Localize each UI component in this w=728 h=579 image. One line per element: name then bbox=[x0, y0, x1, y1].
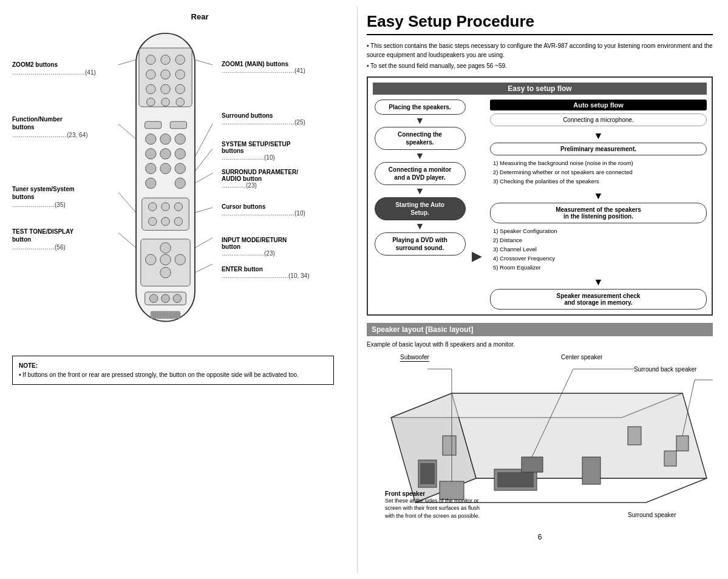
svg-rect-79 bbox=[443, 436, 456, 455]
cursor-annotation: Cursor buttons ………………………………(10) bbox=[222, 203, 305, 217]
cursor-title: Cursor buttons bbox=[222, 203, 305, 210]
prelim-item-1: 1) Measuring the background noise (noise… bbox=[493, 158, 707, 168]
speaker-layout-section: Speaker layout [Basic layout] Example of… bbox=[367, 323, 713, 530]
svg-point-30 bbox=[174, 203, 183, 211]
tuner-dots: …………………(35) bbox=[12, 201, 75, 209]
svg-point-42 bbox=[162, 294, 170, 303]
svg-line-66 bbox=[195, 236, 213, 248]
flow-arrow-3: ▼ bbox=[415, 186, 425, 196]
svg-point-32 bbox=[162, 217, 170, 226]
subwoofer-label: Subwoofer bbox=[400, 354, 429, 361]
zoom2-dots: ………………………………(41) bbox=[12, 69, 96, 76]
input-mode-title: INPUT MODE/RETURN bbox=[222, 237, 287, 243]
easy-flow-title: Easy to setup flow bbox=[373, 83, 707, 95]
surronud-annotation: SURRONUD PARAMETER/ AUDIO button …………(23… bbox=[222, 169, 298, 189]
testtone-title: TEST TONE/DISPLAY bbox=[12, 228, 73, 235]
connecting-mic-box: Connecting a microphone. bbox=[490, 113, 707, 126]
measurement-list: 1) Speaker Configuration 2) Distance 3) … bbox=[490, 226, 707, 273]
svg-point-29 bbox=[162, 203, 170, 211]
svg-point-38 bbox=[175, 254, 185, 265]
svg-line-58 bbox=[118, 121, 136, 139]
flow-left-col: Placing the speakers. ▼ Connecting thesp… bbox=[373, 100, 467, 310]
enter-title: ENTER button bbox=[222, 266, 309, 273]
svg-rect-82 bbox=[664, 451, 676, 466]
svg-point-2 bbox=[146, 55, 156, 65]
meas-item-4: 4) Crossover Frequency bbox=[493, 254, 707, 263]
svg-point-36 bbox=[146, 254, 156, 265]
svg-point-12 bbox=[162, 98, 170, 106]
measurement-box: Measurement of the speakersin the listen… bbox=[490, 203, 707, 223]
surround-title: Surround buttons bbox=[222, 112, 305, 119]
svg-point-39 bbox=[160, 267, 171, 277]
surronud-title2: AUDIO button bbox=[222, 175, 298, 182]
annotations-left: ZOOM2 buttons ………………………………(41) Function/… bbox=[12, 30, 112, 337]
svg-point-6 bbox=[161, 70, 171, 80]
zoom2-annotation: ZOOM2 buttons ………………………………(41) bbox=[12, 61, 96, 76]
svg-point-19 bbox=[146, 149, 156, 159]
prelim-list: 1) Measuring the background noise (noise… bbox=[490, 158, 707, 186]
svg-line-59 bbox=[118, 189, 136, 213]
flow-step-1: Placing the speakers. bbox=[375, 100, 466, 115]
function-title: Function/Number bbox=[12, 115, 87, 123]
svg-point-24 bbox=[175, 163, 185, 174]
svg-line-60 bbox=[118, 230, 136, 248]
surround-speaker-label: Surround speaker bbox=[628, 512, 676, 518]
function-annotation: Function/Number buttons ………………………(23, 64… bbox=[12, 115, 87, 139]
flow-step-3: Connecting a monitorand a DVD player. bbox=[375, 162, 466, 185]
page-number: 6 bbox=[367, 533, 713, 541]
tuner-annotation: Tuner system/System buttons …………………(35) bbox=[12, 185, 75, 209]
input-mode-annotation: INPUT MODE/RETURN button …………………(23) bbox=[222, 237, 287, 257]
surround-dots: ………………………………(25) bbox=[222, 119, 305, 126]
enter-annotation: ENTER button ……………………………(10, 34) bbox=[222, 266, 309, 279]
svg-point-18 bbox=[175, 134, 185, 144]
intro-text: • This section contains the basic steps … bbox=[367, 41, 713, 70]
svg-line-61 bbox=[195, 59, 213, 66]
svg-point-11 bbox=[147, 98, 155, 106]
meas-item-5: 5) Room Equalizer bbox=[493, 263, 707, 272]
testtone-title2: button bbox=[12, 235, 73, 243]
center-speaker-label: Center speaker bbox=[561, 354, 602, 361]
system-setup-annotation: SYSTEM SETUP/SETUP buttons …………………(10) bbox=[222, 141, 290, 161]
svg-line-67 bbox=[195, 263, 213, 273]
svg-rect-81 bbox=[676, 436, 689, 451]
cursor-dots: ………………………………(10) bbox=[222, 210, 305, 217]
svg-rect-78 bbox=[582, 457, 600, 484]
svg-point-4 bbox=[175, 55, 185, 65]
remote-container bbox=[118, 30, 216, 337]
surronud-dots: …………(23) bbox=[222, 182, 298, 189]
svg-rect-76 bbox=[497, 472, 534, 487]
auto-flow-title: Auto setup flow bbox=[490, 100, 707, 110]
right-panel: Easy Setup Procedure • This section cont… bbox=[357, 6, 722, 573]
flow-right-col: Auto setup flow Connecting a microphone.… bbox=[490, 100, 707, 310]
annotations-right: ZOOM1 (MAIN) buttons ………………………………(41) Su… bbox=[222, 30, 337, 337]
auto-arrow-2: ▼ bbox=[490, 191, 707, 201]
surronud-title: SURRONUD PARAMETER/ bbox=[222, 169, 298, 175]
svg-point-22 bbox=[146, 163, 156, 174]
easy-flow-section: Easy to setup flow Placing the speakers.… bbox=[367, 76, 713, 316]
svg-point-9 bbox=[161, 84, 171, 94]
auto-arrow-1: ▼ bbox=[490, 130, 707, 141]
zoom1-annotation: ZOOM1 (MAIN) buttons ………………………………(41) bbox=[222, 61, 305, 74]
tuner-title2: buttons bbox=[12, 193, 75, 201]
storage-box: Speaker measurement checkand storage in … bbox=[490, 289, 707, 310]
svg-point-16 bbox=[146, 134, 156, 144]
remote-svg bbox=[118, 30, 213, 336]
zoom1-title: ZOOM1 (MAIN) buttons bbox=[222, 61, 305, 67]
svg-rect-80 bbox=[628, 427, 641, 445]
front-speaker-label: Front speaker Set these at the sides of … bbox=[385, 490, 482, 520]
remote-area: ZOOM2 buttons ………………………………(41) Function/… bbox=[12, 24, 351, 337]
svg-rect-14 bbox=[145, 121, 162, 129]
function-dots: ………………………(23, 64) bbox=[12, 131, 87, 139]
svg-point-7 bbox=[175, 70, 185, 80]
flow-wrapper: Placing the speakers. ▼ Connecting thesp… bbox=[373, 100, 707, 310]
svg-rect-73 bbox=[420, 463, 435, 484]
surround-back-label: Surround back speaker bbox=[634, 366, 696, 373]
svg-point-3 bbox=[161, 55, 171, 65]
prelim-item-3: 3) Checking the polarities of the speake… bbox=[493, 177, 707, 186]
svg-rect-44 bbox=[151, 311, 180, 319]
speaker-layout-subtitle: Example of basic layout with 8 speakers … bbox=[367, 341, 713, 348]
flow-step-4: Starting the AutoSetup. bbox=[375, 197, 466, 220]
svg-line-63 bbox=[195, 145, 213, 172]
svg-point-28 bbox=[148, 203, 157, 211]
meas-item-1: 1) Speaker Configuration bbox=[493, 226, 707, 235]
